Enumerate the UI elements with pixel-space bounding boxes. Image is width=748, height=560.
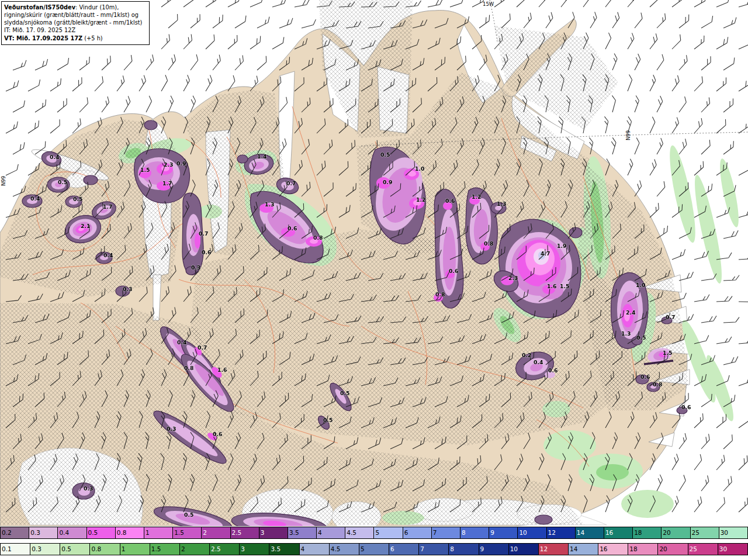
precip-value-label: 0.4 [534,359,543,365]
legend-color-cell: 2 [179,544,209,555]
legend-color-cell: 8 [460,527,489,538]
legend-value-label: 9 [480,544,484,555]
precip-value-label: 1.2 [416,196,425,203]
map-canvas: 15W N99 N99 0.40.50.40.52.11.70.40.31.52… [0,0,748,526]
legend-color-cell: 0.4 [57,527,86,538]
legend-value-label: 1.5 [151,544,161,555]
legend: 0.20.30.40.50.811.522.533.544.5567891012… [0,526,748,560]
title-line-sleet: slydda/snjókoma (grátt/bleikt/grænt - mm… [4,19,147,26]
legend-color-cell: 6 [403,527,431,538]
precip-value-label: 1.6 [217,367,227,373]
legend-value-label: 10 [510,544,518,555]
precip-value-label: 0.6 [548,367,557,374]
legend-color-cell: 0.3 [29,527,57,538]
legend-value-label: 0.3 [30,527,40,538]
precip-value-label: 0.8 [484,240,493,247]
legend-color-cell: 12 [546,527,575,538]
legend-value-label: 8 [450,544,454,555]
legend-color-cell: 0.8 [115,527,144,538]
legend-value-label: 3.5 [289,527,299,538]
precip-value-label: 0.8 [653,381,662,388]
precip-value-label: 1.3 [497,201,506,207]
legend-value-label: 0.2 [2,527,12,538]
legend-value-label: 9 [490,527,494,538]
precip-value-label: 1.9 [557,243,566,249]
legend-color-cell: 9 [489,527,517,538]
legend-color-cell: 8 [448,544,478,555]
legend-color-cell: 30 [718,544,747,555]
legend-value-label: 0.8 [117,527,127,538]
precip-value-label: 0.4 [177,339,187,345]
legend-value-label: 14 [577,527,584,538]
legend-value-label: 8 [462,527,466,538]
legend-value-label: 5 [375,527,379,538]
legend-color-cell: 4 [299,544,329,555]
legend-value-label: 30 [719,544,727,555]
legend-value-label: 6 [390,544,394,555]
precip-value-label: 2.4 [626,309,636,316]
weather-forecast-map: 15W N99 N99 0.40.50.40.52.11.70.40.31.52… [0,0,748,560]
legend-value-label: 7 [433,527,437,538]
precip-value-label: 0.5 [380,151,390,158]
legend-value-label: 4 [318,527,322,538]
legend-color-cell: 10 [517,527,546,538]
legend-color-cell: 14 [575,527,604,538]
legend-value-label: 14 [570,544,577,555]
precip-value-label: 0.4 [103,252,113,258]
legend-value-label: 25 [692,527,699,538]
legend-color-cell: 7 [418,544,448,555]
legend-value-label: 16 [600,544,607,555]
precip-value-label: 0.3 [191,264,200,271]
legend-color-cell: 2.5 [209,544,239,555]
legend-color-cell: 1.5 [172,527,201,538]
precip-value-label: 0.5 [636,334,646,341]
precip-value-label: 1.0 [415,165,425,172]
precip-value-label: 0.5 [73,196,82,202]
legend-color-cell: 1.5 [150,544,179,555]
legend-color-cell: 3.5 [269,544,299,555]
legend-color-cell: 4 [316,527,345,538]
legend-value-label: 3 [241,544,245,555]
legend-color-cell: 14 [568,544,598,555]
legend-color-cell: 7 [431,527,460,538]
precip-value-label: 0.4 [30,195,40,202]
legend-color-cell: 0.5 [86,527,115,538]
legend-value-label: 10 [519,527,527,538]
legend-color-cell: 0.2 [1,527,29,538]
sleet-scale-bar: 0.10.30.50.811.522.533.544.5567891012141… [0,543,748,555]
precip-value-label: 0.3 [84,485,93,492]
legend-value-label: 0.8 [91,544,101,555]
precip-value-label: 1.3 [621,330,631,337]
legend-color-cell: 3 [239,544,269,555]
precip-value-label: 0.6 [288,225,297,231]
legend-color-cell: 2.5 [230,527,259,538]
precip-value-label: 0.6 [445,198,455,204]
legend-value-label: 4.5 [347,527,356,538]
precip-value-label: 0.3 [167,426,176,432]
legend-color-cell: 2 [201,527,230,538]
legend-value-label: 1 [122,544,126,555]
precip-value-label: 0.8 [184,365,193,371]
legend-value-label: 0.1 [2,544,12,555]
precip-value-label: 0.6 [213,431,222,437]
legend-value-label: 16 [605,527,613,538]
legend-value-label: 2.5 [232,527,242,538]
legend-value-label: 1.5 [174,527,184,538]
legend-value-label: 4 [301,544,305,555]
grid-label-left: N99 [1,176,6,186]
legend-value-label: 3 [261,527,265,538]
legend-value-label: 7 [420,544,424,555]
legend-value-label: 0.5 [88,527,98,538]
valid-time-line: VT: Mið. 17.09.2025 17Z (+5 h) [4,34,147,42]
precip-value-label: 1.5 [663,350,672,356]
legend-value-label: 6 [404,527,408,538]
precip-value-label: 0.5 [323,417,333,423]
precip-value-label: 0.7 [286,180,296,186]
precip-value-label: 0.8 [435,291,445,298]
precip-value-label: 0.7 [198,344,207,351]
legend-value-label: 18 [634,527,642,538]
precip-value-label: 0.8 [313,234,323,241]
legend-color-cell: 5 [359,544,389,555]
precip-value-label: 0.6 [202,249,211,255]
legend-color-cell: 0.8 [89,544,119,555]
